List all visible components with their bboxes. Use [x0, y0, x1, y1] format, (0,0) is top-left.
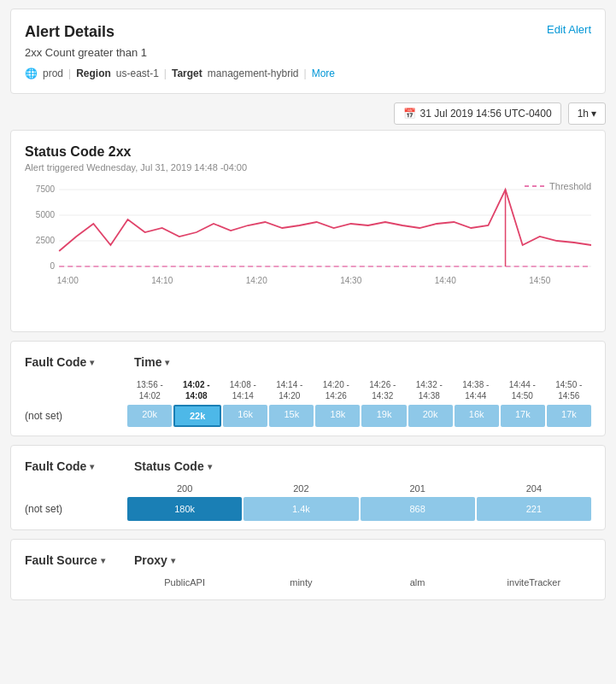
status-col-label: 201 [361, 483, 475, 494]
time-cell: 19k [361, 405, 406, 427]
date-value: 31 Jul 2019 14:56 UTC-0400 [420, 108, 552, 120]
date-picker-button[interactable]: 📅 31 Jul 2019 14:56 UTC-0400 [394, 102, 561, 125]
chart-card: Status Code 2xx Alert triggered Wednesda… [10, 130, 606, 332]
time-col-headers: 13:56 -14:0214:02 -14:0814:08 -14:1414:1… [127, 379, 591, 401]
time-col-label: 14:20 -14:26 [314, 379, 359, 401]
fault-code-label: Fault Code [25, 355, 86, 369]
chart-subtitle: Alert triggered Wednesday, Jul 31, 2019 … [25, 162, 591, 172]
threshold-line-sample [525, 185, 545, 187]
time-col-label: 14:32 -14:38 [407, 379, 452, 401]
status-code-label: Status Code [134, 459, 204, 473]
time-cell: 17k [501, 405, 545, 427]
fault-code-arrow: ▾ [90, 358, 94, 367]
status-table-row: (not set)180k1.4k868221 [25, 497, 591, 521]
status-cell: 221 [477, 497, 591, 521]
time-cell: 18k [315, 405, 360, 427]
target-value: management-hybrid [208, 67, 299, 79]
svg-text:14:40: 14:40 [435, 276, 457, 285]
status-col-label: 200 [127, 483, 242, 494]
table-row: (not set)20k22k16k15k18k19k20k16k17k17k [25, 405, 591, 427]
alert-condition: 2xx Count greater than 1 [25, 46, 591, 59]
fault-code-label-2: Fault Code [25, 459, 86, 473]
svg-text:0: 0 [50, 261, 56, 271]
proxy-label: Proxy [134, 553, 167, 567]
alert-details-header: Alert Details Edit Alert [25, 23, 591, 41]
svg-text:14:50: 14:50 [529, 276, 551, 285]
proxy-col-label: alm [361, 577, 475, 588]
threshold-legend: Threshold [525, 181, 591, 191]
time-cell: 16k [223, 405, 267, 427]
time-arrow: ▾ [165, 358, 169, 367]
time-col-label: 14:02 -14:08 [174, 379, 220, 401]
status-code-arrow: ▾ [208, 462, 212, 471]
status-table-card: Fault Code ▾ Status Code ▾ 200202201204 … [10, 445, 606, 530]
status-col-headers: 200202201204 [127, 483, 591, 494]
time-label: Time [134, 355, 161, 369]
time-col-label: 14:26 -14:32 [361, 379, 406, 401]
time-cell: 15k [269, 405, 314, 427]
time-col-label: 14:44 -14:50 [500, 379, 545, 401]
svg-text:14:20: 14:20 [246, 276, 268, 285]
time-cell: 17k [547, 405, 591, 427]
svg-text:2500: 2500 [36, 236, 56, 245]
time-col-label: 14:50 -14:56 [547, 379, 592, 401]
alert-title: Alert Details [25, 23, 114, 41]
svg-text:5000: 5000 [36, 210, 56, 219]
time-col-label: 14:14 -14:20 [267, 379, 313, 401]
time-cell: 20k [127, 405, 172, 427]
chart-title: Status Code 2xx [25, 144, 591, 160]
time-table: 13:56 -14:0214:02 -14:0814:08 -14:1414:1… [25, 379, 591, 427]
env-value: prod [43, 67, 63, 79]
edit-alert-link[interactable]: Edit Alert [547, 23, 591, 36]
alert-details-card: Alert Details Edit Alert 2xx Count great… [10, 9, 606, 94]
row-label: (not set) [25, 410, 127, 422]
proxy-col-label: inviteTracker [477, 577, 591, 588]
fault-code-arrow-2: ▾ [90, 462, 94, 471]
time-col-label: 14:08 -14:14 [220, 379, 266, 401]
time-cell: 20k [408, 405, 453, 427]
target-label: Target [172, 67, 202, 79]
time-col-label: 14:38 -14:44 [454, 379, 499, 401]
region-value: us-east-1 [116, 67, 159, 79]
chart-svg: 7500 5000 2500 0 14:00 14:10 14:20 14:30… [25, 181, 591, 301]
status-cell: 868 [361, 497, 475, 521]
fault-code-header-2[interactable]: Fault Code ▾ [25, 459, 127, 473]
alert-meta: 🌐 prod | Region us-east-1 | Target manag… [25, 67, 591, 79]
proxy-header[interactable]: Proxy ▾ [134, 553, 175, 567]
region-label: Region [76, 67, 111, 79]
time-cell: 16k [455, 405, 499, 427]
svg-text:14:30: 14:30 [340, 276, 362, 285]
proxy-col-headers: PublicAPImintyalminviteTracker [127, 577, 591, 588]
fault-source-headers: Fault Source ▾ Proxy ▾ [25, 553, 591, 567]
fault-source-header[interactable]: Fault Source ▾ [25, 553, 127, 567]
fault-code-header[interactable]: Fault Code ▾ [25, 355, 127, 369]
status-cells: 180k1.4k868221 [127, 497, 591, 521]
time-range-value: 1h [578, 108, 589, 120]
globe-icon: 🌐 [25, 67, 38, 79]
time-table-headers: Fault Code ▾ Time ▾ [25, 355, 591, 369]
status-cell: 1.4k [243, 497, 358, 521]
fault-source-arrow: ▾ [101, 556, 105, 565]
time-cell: 22k [173, 405, 221, 427]
status-cell: 180k [127, 497, 242, 521]
toolbar-row: 📅 31 Jul 2019 14:56 UTC-0400 1h ▾ [10, 102, 606, 125]
more-link[interactable]: More [312, 67, 335, 79]
proxy-col-label: PublicAPI [127, 577, 242, 588]
proxy-arrow: ▾ [171, 556, 175, 565]
time-header[interactable]: Time ▾ [134, 355, 169, 369]
time-range-button[interactable]: 1h ▾ [568, 102, 606, 125]
chart-area: Threshold 7500 5000 2500 0 14:00 14: [25, 181, 591, 318]
status-row-label: (not set) [25, 503, 127, 515]
time-col-label: 13:56 -14:02 [127, 379, 173, 401]
proxy-col-label: minty [243, 577, 358, 588]
status-table: 200202201204 (not set)180k1.4k868221 [25, 483, 591, 521]
threshold-label: Threshold [549, 181, 591, 191]
status-col-label: 204 [477, 483, 591, 494]
status-table-headers: Fault Code ▾ Status Code ▾ [25, 459, 591, 473]
time-table-card: Fault Code ▾ Time ▾ 13:56 -14:0214:02 -1… [10, 341, 606, 436]
svg-text:7500: 7500 [36, 184, 56, 194]
svg-text:14:10: 14:10 [151, 276, 173, 285]
status-code-header[interactable]: Status Code ▾ [134, 459, 212, 473]
fault-source-card: Fault Source ▾ Proxy ▾ PublicAPImintyalm… [10, 539, 606, 600]
calendar-icon: 📅 [403, 108, 416, 120]
